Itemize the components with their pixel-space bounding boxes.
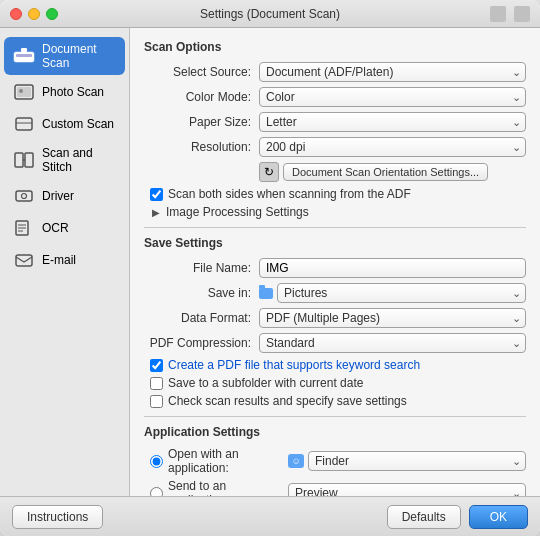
- app-settings-title: Application Settings: [144, 425, 526, 439]
- file-name-input[interactable]: [259, 258, 526, 278]
- send-to-app-label: Send to an application:: [168, 479, 288, 496]
- ok-button[interactable]: OK: [469, 505, 528, 529]
- sidebar-item-scan-and-stitch[interactable]: Scan and Stitch: [4, 141, 125, 179]
- rotate-icon[interactable]: ↻: [259, 162, 279, 182]
- data-format-control: PDF (Multiple Pages): [259, 308, 526, 328]
- color-mode-select[interactable]: Color: [259, 87, 526, 107]
- sidebar-item-ocr[interactable]: OCR: [4, 213, 125, 243]
- resolution-select[interactable]: 200 dpi: [259, 137, 526, 157]
- resolution-label: Resolution:: [144, 140, 259, 154]
- send-to-app-select[interactable]: Preview: [288, 483, 526, 496]
- maximize-button[interactable]: [46, 8, 58, 20]
- open-with-radio[interactable]: [150, 455, 163, 468]
- resolution-control: 200 dpi: [259, 137, 526, 157]
- sidebar-label-driver: Driver: [42, 189, 74, 203]
- pdf-compression-wrapper[interactable]: Standard: [259, 333, 526, 353]
- folder-icon: [259, 288, 273, 299]
- save-settings-title: Save Settings: [144, 236, 526, 250]
- svg-point-11: [22, 194, 27, 199]
- sidebar-item-document-scan[interactable]: Document Scan: [4, 37, 125, 75]
- color-mode-label: Color Mode:: [144, 90, 259, 104]
- photo-icon: [12, 82, 36, 102]
- sidebar-item-email[interactable]: E-mail: [4, 245, 125, 275]
- save-in-select[interactable]: Pictures: [277, 283, 526, 303]
- sidebar: Document Scan Photo Scan: [0, 28, 130, 496]
- pdf-compression-row: PDF Compression: Standard: [144, 333, 526, 353]
- traffic-lights: [10, 8, 58, 20]
- driver-icon: [12, 186, 36, 206]
- save-subfolder-checkbox[interactable]: [150, 377, 163, 390]
- pdf-compression-select[interactable]: Standard: [259, 333, 526, 353]
- file-name-row: File Name:: [144, 258, 526, 278]
- instructions-button[interactable]: Instructions: [12, 505, 103, 529]
- finder-icon: ☺: [288, 454, 304, 468]
- save-in-control: Pictures: [259, 283, 526, 303]
- resolution-wrapper[interactable]: 200 dpi: [259, 137, 526, 157]
- select-source-wrapper[interactable]: Document (ADF/Platen): [259, 62, 526, 82]
- image-processing-label: Image Processing Settings: [166, 205, 309, 219]
- pdf-compression-control: Standard: [259, 333, 526, 353]
- bottom-bar: Instructions Defaults OK: [0, 496, 540, 536]
- color-mode-control: Color: [259, 87, 526, 107]
- open-with-row: Open with an application: ☺ Finder: [144, 447, 526, 475]
- save-in-label: Save in:: [144, 286, 259, 300]
- send-to-app-wrapper[interactable]: Preview: [288, 483, 526, 496]
- sidebar-label-ocr: OCR: [42, 221, 69, 235]
- data-format-label: Data Format:: [144, 311, 259, 325]
- color-mode-row: Color Mode: Color: [144, 87, 526, 107]
- select-source-label: Select Source:: [144, 65, 259, 79]
- sidebar-label-custom-scan: Custom Scan: [42, 117, 114, 131]
- create-pdf-checkbox[interactable]: [150, 359, 163, 372]
- svg-point-5: [19, 89, 23, 93]
- svg-rect-8: [15, 153, 23, 167]
- email-icon: [12, 250, 36, 270]
- orientation-button[interactable]: Document Scan Orientation Settings...: [283, 163, 488, 181]
- scan-both-sides-checkbox[interactable]: [150, 188, 163, 201]
- svg-rect-6: [16, 118, 32, 130]
- paper-size-select[interactable]: Letter: [259, 112, 526, 132]
- sidebar-label-email: E-mail: [42, 253, 76, 267]
- save-in-select-wrapper[interactable]: Pictures: [277, 283, 526, 303]
- defaults-button[interactable]: Defaults: [387, 505, 461, 529]
- select-source-select[interactable]: Document (ADF/Platen): [259, 62, 526, 82]
- sidebar-label-scan-and-stitch: Scan and Stitch: [42, 146, 117, 174]
- scan-options-title: Scan Options: [144, 40, 526, 54]
- create-pdf-label: Create a PDF file that supports keyword …: [168, 358, 420, 372]
- color-mode-wrapper[interactable]: Color: [259, 87, 526, 107]
- data-format-select[interactable]: PDF (Multiple Pages): [259, 308, 526, 328]
- titlebar: Settings (Document Scan): [0, 0, 540, 28]
- close-button[interactable]: [10, 8, 22, 20]
- image-processing-row[interactable]: ▶ Image Processing Settings: [144, 205, 526, 219]
- svg-rect-2: [21, 48, 27, 52]
- svg-rect-16: [16, 255, 32, 266]
- sidebar-item-custom-scan[interactable]: Custom Scan: [4, 109, 125, 139]
- file-name-control: [259, 258, 526, 278]
- sidebar-item-driver[interactable]: Driver: [4, 181, 125, 211]
- paper-size-wrapper[interactable]: Letter: [259, 112, 526, 132]
- resolution-row: Resolution: 200 dpi: [144, 137, 526, 157]
- stitch-icon: [12, 150, 36, 170]
- toolbar-icon-1[interactable]: [490, 6, 506, 22]
- svg-rect-4: [17, 87, 31, 97]
- scanner-icon: [12, 46, 36, 66]
- save-in-wrapper: Pictures: [259, 283, 526, 303]
- toolbar-icon-2[interactable]: [514, 6, 530, 22]
- minimize-button[interactable]: [28, 8, 40, 20]
- ocr-icon: [12, 218, 36, 238]
- open-with-select[interactable]: Finder: [308, 451, 526, 471]
- sidebar-item-photo-scan[interactable]: Photo Scan: [4, 77, 125, 107]
- send-to-app-radio[interactable]: [150, 487, 163, 497]
- open-with-label: Open with an application:: [168, 447, 288, 475]
- window-title: Settings (Document Scan): [200, 7, 340, 21]
- settings-window: Settings (Document Scan) Document Scan: [0, 0, 540, 536]
- sidebar-label-document-scan: Document Scan: [42, 42, 117, 70]
- svg-rect-9: [25, 153, 33, 167]
- paper-size-label: Paper Size:: [144, 115, 259, 129]
- open-with-wrapper[interactable]: Finder: [308, 451, 526, 471]
- paper-size-row: Paper Size: Letter: [144, 112, 526, 132]
- check-scan-checkbox[interactable]: [150, 395, 163, 408]
- orientation-row: ↻ Document Scan Orientation Settings...: [144, 162, 526, 182]
- pdf-compression-label: PDF Compression:: [144, 336, 259, 350]
- data-format-wrapper[interactable]: PDF (Multiple Pages): [259, 308, 526, 328]
- custom-icon: [12, 114, 36, 134]
